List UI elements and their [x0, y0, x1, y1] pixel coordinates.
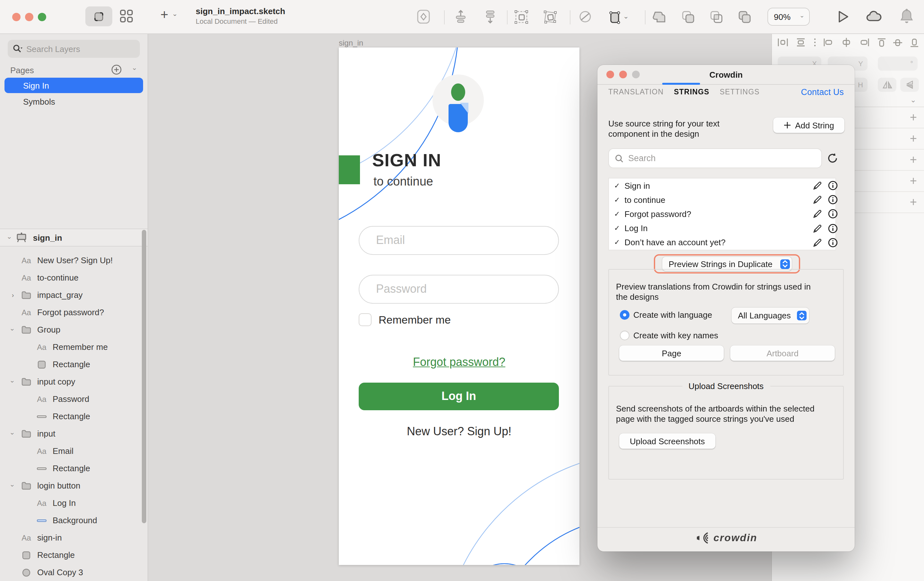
- boolean-difference-button[interactable]: [737, 9, 753, 25]
- edit-string-icon[interactable]: [812, 209, 823, 219]
- page-row[interactable]: Symbols: [5, 94, 143, 109]
- layer-chevron-icon[interactable]: ›: [9, 291, 16, 298]
- dialog-tab[interactable]: SETTINGS: [719, 88, 760, 96]
- string-row[interactable]: ✓ Log In: [609, 221, 835, 235]
- frame-tool-chevron-icon[interactable]: ›: [623, 17, 630, 19]
- sidebar-scrollbar[interactable]: [142, 230, 146, 523]
- layer-row[interactable]: › Aa Email: [0, 442, 148, 460]
- components-view-toggle[interactable]: [119, 8, 134, 24]
- frame-tool-button[interactable]: [607, 8, 624, 26]
- dialog-tab[interactable]: TRANSLATION: [608, 88, 664, 96]
- dialog-tab[interactable]: STRINGS: [674, 88, 710, 96]
- string-info-icon[interactable]: [828, 180, 838, 191]
- layer-row[interactable]: › Aa Rectangle: [0, 408, 148, 425]
- more-alignment-icon[interactable]: [813, 37, 817, 48]
- rotation-field[interactable]: °: [878, 56, 917, 71]
- add-style-icon[interactable]: +: [910, 132, 917, 146]
- contact-us-link[interactable]: Contact Us: [801, 87, 844, 97]
- canvas-view-toggle[interactable]: [85, 7, 112, 26]
- page-button[interactable]: Page: [619, 345, 724, 361]
- preview-play-button[interactable]: [834, 8, 851, 25]
- create-with-key-names-radio[interactable]: [620, 331, 629, 340]
- layer-row[interactable]: › Aa sign-in: [0, 529, 148, 546]
- sign-in-artboard[interactable]: SIGN IN to continue Email Password Remem…: [339, 48, 579, 565]
- layer-row[interactable]: › Aa Background: [0, 511, 148, 529]
- edit-string-icon[interactable]: [812, 223, 823, 233]
- cloud-sync-button[interactable]: [865, 9, 883, 25]
- edit-string-icon[interactable]: [812, 195, 823, 205]
- artboard-title-label[interactable]: sign_in: [339, 38, 363, 48]
- page-row[interactable]: Sign In: [5, 78, 143, 93]
- strings-search-input[interactable]: Search: [608, 148, 822, 168]
- layer-row[interactable]: › Aa input: [0, 425, 148, 442]
- group-button[interactable]: [513, 9, 530, 25]
- notifications-bell-button[interactable]: [898, 8, 915, 26]
- language-select-popup[interactable]: All Languages: [731, 308, 809, 324]
- tidy-button[interactable]: [483, 9, 498, 25]
- close-window-button[interactable]: [12, 13, 21, 21]
- password-field[interactable]: Password: [359, 275, 559, 304]
- tree-chevron-icon[interactable]: ›: [7, 237, 13, 239]
- artboard-tree-header[interactable]: › sign_in: [0, 228, 148, 247]
- insert-button[interactable]: +: [160, 7, 168, 23]
- zoom-window-button[interactable]: [38, 13, 46, 21]
- email-field[interactable]: Email: [359, 226, 559, 255]
- artboard-button[interactable]: Artboard: [730, 345, 835, 361]
- inspector-section-chevron-icon[interactable]: ›: [910, 100, 917, 103]
- layer-row[interactable]: › Aa Rectangle: [0, 460, 148, 477]
- layer-row[interactable]: › Aa impact_gray: [0, 286, 148, 304]
- shape-tool-button[interactable]: [416, 9, 431, 25]
- string-row[interactable]: ✓ Don’t have an account yet?: [609, 236, 835, 250]
- layer-row[interactable]: › Aa Forgot password?: [0, 304, 148, 321]
- string-info-icon[interactable]: [828, 238, 838, 248]
- mask-tool-button[interactable]: [578, 9, 593, 25]
- layer-chevron-icon[interactable]: ›: [9, 482, 16, 490]
- layer-chevron-icon[interactable]: ›: [9, 430, 16, 437]
- align-bottom-icon[interactable]: [909, 37, 919, 48]
- layer-row[interactable]: › Aa Rectangle: [0, 356, 148, 373]
- distribute-vertical-button[interactable]: [453, 9, 469, 25]
- string-info-icon[interactable]: [828, 195, 838, 205]
- remember-me-checkbox[interactable]: [359, 313, 371, 326]
- forgot-password-link[interactable]: Forgot password?: [339, 356, 579, 369]
- zoom-level-select[interactable]: 90% ›: [767, 8, 810, 26]
- layer-row[interactable]: › Aa Password: [0, 390, 148, 408]
- align-center-horizontal-icon[interactable]: [841, 37, 852, 48]
- layer-row[interactable]: › Aa Rectangle: [0, 546, 148, 564]
- ungroup-button[interactable]: [542, 9, 558, 25]
- layer-row[interactable]: › Aa login button: [0, 477, 148, 494]
- edit-string-icon[interactable]: [812, 238, 823, 248]
- distribute-horizontal-icon[interactable]: [777, 37, 789, 48]
- upload-screenshots-button[interactable]: Upload Screenshots: [619, 433, 716, 449]
- sign-up-link[interactable]: New User? Sign Up!: [339, 425, 579, 439]
- add-style-icon[interactable]: +: [910, 153, 917, 167]
- distribute-vertical-icon[interactable]: [795, 37, 807, 48]
- flip-vertical-button[interactable]: [900, 78, 919, 92]
- string-row[interactable]: ✓ Forgot password?: [609, 207, 835, 221]
- string-row[interactable]: ✓ Sign in: [609, 179, 835, 193]
- search-layers-input[interactable]: Search Layers: [8, 40, 140, 58]
- add-string-button[interactable]: Add String: [773, 118, 845, 133]
- align-middle-vertical-icon[interactable]: [893, 37, 903, 48]
- create-with-language-radio[interactable]: [620, 310, 629, 320]
- minimize-window-button[interactable]: [25, 13, 33, 21]
- layer-row[interactable]: › Aa to-continue: [0, 269, 148, 286]
- add-style-icon[interactable]: +: [910, 174, 917, 188]
- layer-row[interactable]: › Aa Oval Copy 3: [0, 564, 148, 581]
- layer-row[interactable]: › Aa input copy: [0, 373, 148, 390]
- layer-row[interactable]: › Aa Remember me: [0, 338, 148, 356]
- add-style-icon[interactable]: +: [910, 111, 917, 124]
- layer-row[interactable]: › Aa Log In: [0, 494, 148, 511]
- pages-collapse-chevron-icon[interactable]: ›: [132, 68, 139, 70]
- align-right-icon[interactable]: [858, 37, 870, 48]
- log-in-button[interactable]: Log In: [359, 382, 559, 410]
- add-page-icon[interactable]: [111, 64, 122, 75]
- layer-chevron-icon[interactable]: ›: [9, 326, 16, 334]
- refresh-strings-button[interactable]: [827, 152, 839, 164]
- flip-horizontal-button[interactable]: [878, 78, 896, 92]
- layer-row[interactable]: › Aa Group: [0, 321, 148, 338]
- boolean-subtract-button[interactable]: [680, 9, 696, 25]
- layer-chevron-icon[interactable]: ›: [9, 378, 16, 386]
- string-info-icon[interactable]: [828, 209, 838, 219]
- string-row[interactable]: ✓ to continue: [609, 193, 835, 207]
